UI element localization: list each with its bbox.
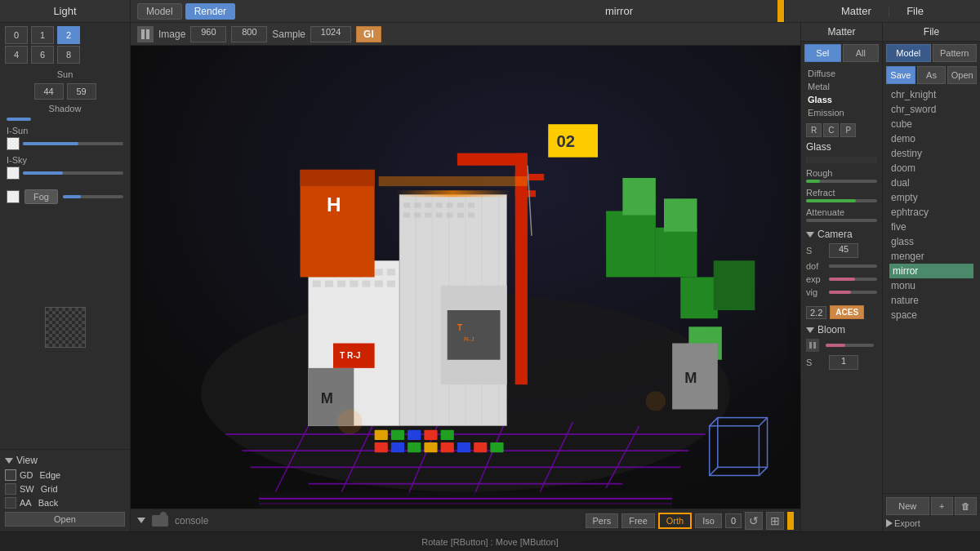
gd-checkbox[interactable] — [5, 469, 16, 481]
sun-val-2[interactable]: 59 — [67, 83, 96, 100]
file-ephtracy[interactable]: ephtracy — [889, 205, 973, 220]
iso-button[interactable]: Iso — [695, 513, 722, 528]
isky-swatch[interactable] — [7, 167, 20, 180]
file-nature[interactable]: nature — [889, 293, 973, 308]
pattern-button[interactable]: Pattern — [933, 44, 978, 62]
svg-rect-65 — [375, 281, 383, 287]
file-monu[interactable]: monu — [889, 278, 973, 293]
bloom-pause-button[interactable] — [806, 339, 819, 352]
num-0[interactable]: 0 — [5, 26, 28, 44]
left-panel: 0 1 2 4 6 8 Sun 44 59 Shadow I-Sun — [0, 23, 131, 531]
file-demo[interactable]: demo — [889, 131, 973, 146]
bloom-expand-icon[interactable] — [806, 327, 814, 333]
num-8[interactable]: 8 — [57, 46, 80, 64]
r-button[interactable]: R — [806, 123, 822, 137]
rough-slider[interactable] — [806, 180, 877, 183]
reset-view-button[interactable]: ↺ — [745, 512, 763, 530]
file-doom[interactable]: doom — [889, 161, 973, 176]
svg-rect-60 — [313, 281, 321, 287]
render-tab[interactable]: Render — [185, 3, 235, 20]
grid-view-button[interactable]: ⊞ — [766, 512, 784, 530]
fog-button[interactable]: Fog — [24, 189, 58, 204]
svg-text:M: M — [684, 370, 697, 386]
iso-value[interactable]: 0 — [725, 513, 742, 528]
model-tab[interactable]: Model — [137, 3, 182, 20]
file-chr-knight[interactable]: chr_knight — [889, 87, 973, 102]
file-mirror[interactable]: mirror — [889, 264, 973, 278]
file-panel: File Model Pattern Save As Open chr_knig… — [882, 23, 980, 531]
emission-item[interactable]: Emission — [806, 107, 877, 118]
pause-button[interactable] — [137, 26, 154, 42]
num-1[interactable]: 1 — [31, 26, 54, 44]
diffuse-item[interactable]: Diffuse — [806, 68, 877, 79]
left-bottom: View GD Edge SW Grid AA Back — [0, 449, 130, 531]
shadow-slider[interactable] — [7, 118, 31, 121]
gi-button[interactable]: GI — [356, 26, 381, 42]
aces-button[interactable]: ACES — [830, 305, 864, 319]
sun-val-1[interactable]: 44 — [34, 83, 64, 100]
checkerboard-area — [0, 206, 130, 449]
play-icon[interactable] — [886, 519, 893, 527]
width-input[interactable]: 960 — [190, 26, 226, 42]
all-button[interactable]: All — [843, 44, 880, 62]
refract-label: Refract — [806, 188, 877, 198]
orth-button[interactable]: Orth — [658, 513, 692, 529]
glass-type-item[interactable]: Glass — [806, 94, 877, 105]
open-file-button[interactable]: Open — [947, 66, 977, 84]
dof-slider[interactable] — [829, 264, 877, 268]
bloom-slider[interactable] — [826, 344, 874, 347]
sw-checkbox[interactable] — [5, 483, 16, 495]
num-4[interactable]: 4 — [5, 46, 28, 64]
isun-slider[interactable] — [23, 142, 123, 145]
new-button[interactable]: New — [886, 497, 929, 515]
num-2[interactable]: 2 — [57, 26, 80, 44]
svg-rect-35 — [414, 213, 421, 218]
delete-button[interactable]: 🗑 — [955, 497, 977, 515]
file-dual[interactable]: dual — [889, 176, 973, 190]
svg-rect-73 — [515, 190, 536, 197]
c-button[interactable]: C — [823, 123, 839, 137]
bottom-expand-icon[interactable] — [137, 518, 145, 523]
exp-slider[interactable] — [829, 278, 877, 281]
file-chr-sword[interactable]: chr_sword — [889, 102, 973, 117]
file-cube[interactable]: cube — [889, 117, 973, 131]
sel-button[interactable]: Sel — [804, 44, 841, 62]
refract-slider[interactable] — [806, 199, 877, 202]
file-bottom: New + 🗑 Export — [883, 493, 980, 531]
pers-button[interactable]: Pers — [586, 513, 619, 528]
fog-swatch[interactable] — [7, 190, 20, 203]
free-button[interactable]: Free — [621, 513, 655, 528]
file-glass[interactable]: glass — [889, 234, 973, 249]
open-button[interactable]: Open — [5, 512, 125, 527]
cam-input[interactable]: 45 — [829, 243, 858, 258]
aa-checkbox[interactable] — [5, 497, 16, 509]
sample-input[interactable]: 1024 — [310, 26, 351, 42]
bloom-val-input[interactable]: 1 — [829, 355, 858, 370]
attenuate-slider[interactable] — [806, 219, 877, 222]
save-button[interactable]: Save — [886, 66, 915, 84]
num-6[interactable]: 6 — [31, 46, 54, 64]
fog-row: Fog — [0, 188, 130, 206]
fog-slider[interactable] — [63, 195, 123, 198]
as-button[interactable]: As — [917, 66, 947, 84]
render-canvas[interactable]: T R-J — [131, 46, 800, 509]
file-destiny[interactable]: destiny — [889, 146, 973, 161]
isky-slider[interactable] — [23, 171, 123, 175]
center-area: Image 960 800 Sample 1024 GI — [131, 23, 800, 531]
camera-icon[interactable] — [152, 515, 168, 527]
model-button[interactable]: Model — [886, 44, 931, 62]
light-numbers: 0 1 2 4 6 8 — [0, 23, 130, 67]
isun-swatch[interactable] — [7, 137, 20, 150]
svg-rect-37 — [436, 213, 443, 218]
file-five[interactable]: five — [889, 220, 973, 234]
camera-expand-icon[interactable] — [806, 232, 814, 238]
vig-slider[interactable] — [829, 291, 877, 294]
height-input[interactable]: 800 — [231, 26, 267, 42]
view-expand-icon[interactable] — [5, 458, 13, 464]
plus-button[interactable]: + — [931, 497, 953, 515]
file-space[interactable]: space — [889, 308, 973, 322]
p-button[interactable]: P — [840, 123, 856, 137]
metal-item[interactable]: Metal — [806, 81, 877, 92]
file-empty[interactable]: empty — [889, 190, 973, 205]
file-menger[interactable]: menger — [889, 249, 973, 264]
